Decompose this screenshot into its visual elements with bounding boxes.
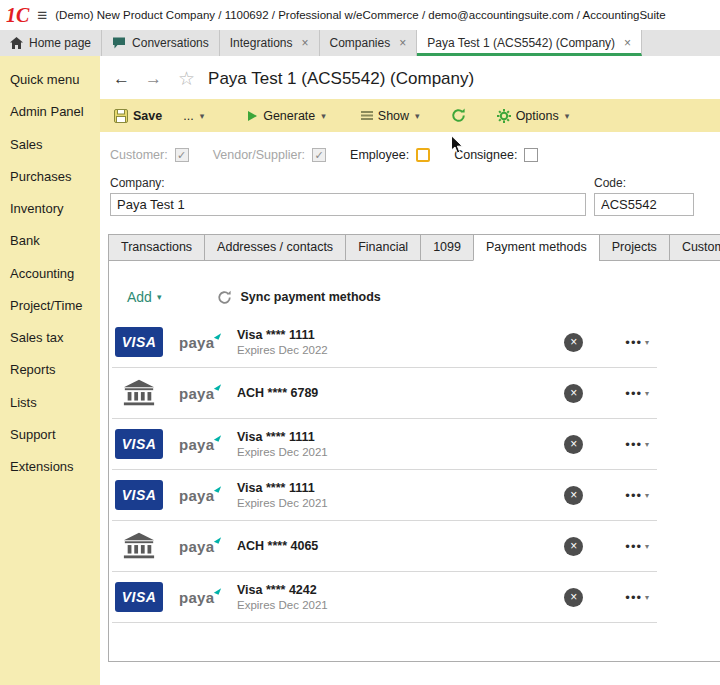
sidebar-item-support[interactable]: Support bbox=[0, 419, 100, 451]
window-tab-companies[interactable]: Companies× bbox=[320, 30, 418, 56]
payment-method-text: Visa **** 1111Expires Dec 2021 bbox=[237, 430, 328, 458]
bank-ach-icon bbox=[115, 378, 163, 408]
payment-method-text: ACH **** 6789 bbox=[237, 386, 318, 400]
options-button[interactable]: Options▾ bbox=[495, 107, 572, 125]
page-title: Paya Test 1 (ACS5542) (Company) bbox=[208, 69, 474, 89]
sidebar-item-accounting[interactable]: Accounting bbox=[0, 258, 100, 290]
payment-method-expiry: Expires Dec 2022 bbox=[237, 344, 328, 356]
home-icon bbox=[10, 37, 23, 49]
window-tab-home-page[interactable]: Home page bbox=[0, 30, 102, 56]
favorite-star-icon[interactable]: ☆ bbox=[178, 67, 195, 90]
tab-payment-methods[interactable]: Payment methods bbox=[473, 234, 600, 261]
role-vendor-supplier: Vendor/Supplier: bbox=[213, 148, 326, 162]
chevron-down-icon: ▾ bbox=[645, 338, 650, 347]
window-tab-conversations[interactable]: Conversations bbox=[102, 30, 220, 56]
role-label: Vendor/Supplier: bbox=[213, 148, 305, 162]
sidebar: Quick menuAdmin PanelSalesPurchasesInven… bbox=[0, 56, 100, 685]
sidebar-item-purchases[interactable]: Purchases bbox=[0, 161, 100, 193]
chevron-down-icon: ▾ bbox=[200, 111, 205, 121]
chevron-down-icon: ▾ bbox=[645, 593, 650, 602]
tab-financial[interactable]: Financial bbox=[345, 234, 421, 261]
payment-method-menu-button[interactable]: •••▾ bbox=[625, 335, 650, 350]
window-tabbar: Home pageConversationsIntegrations×Compa… bbox=[0, 30, 720, 56]
payment-method-title: Visa **** 4242 bbox=[237, 583, 328, 597]
page-header: ← → ☆ Paya Test 1 (ACS5542) (Company) bbox=[100, 56, 720, 99]
checkbox-employee[interactable] bbox=[416, 148, 430, 162]
window-tab-integrations[interactable]: Integrations× bbox=[220, 30, 320, 56]
sync-payment-methods-button[interactable]: Sync payment methods bbox=[217, 290, 380, 305]
payment-method-menu-button[interactable]: •••▾ bbox=[625, 386, 650, 401]
payment-method-menu-button[interactable]: •••▾ bbox=[625, 590, 650, 605]
more-actions-label: ... bbox=[183, 109, 193, 123]
code-field: Code: bbox=[594, 176, 694, 216]
sidebar-item-project-time[interactable]: Project/Time bbox=[0, 290, 100, 322]
code-input[interactable] bbox=[594, 193, 694, 216]
sidebar-item-sales[interactable]: Sales bbox=[0, 129, 100, 161]
role-label: Consignee: bbox=[454, 148, 517, 162]
sidebar-item-admin-panel[interactable]: Admin Panel bbox=[0, 96, 100, 128]
delete-payment-method-button[interactable]: × bbox=[564, 588, 583, 607]
back-button[interactable]: ← bbox=[110, 70, 133, 87]
tab-projects[interactable]: Projects bbox=[599, 234, 670, 261]
payment-method-title: Visa **** 1111 bbox=[237, 430, 328, 444]
close-tab-icon[interactable]: × bbox=[624, 36, 631, 50]
tab-custom-fields[interactable]: Custom fields bbox=[669, 234, 720, 261]
role-label: Employee: bbox=[350, 148, 409, 162]
sidebar-item-sales-tax[interactable]: Sales tax bbox=[0, 322, 100, 354]
tab-transactions[interactable]: Transactions bbox=[108, 234, 205, 261]
save-icon bbox=[114, 109, 128, 123]
payment-method-menu-button[interactable]: •••▾ bbox=[625, 539, 650, 554]
refresh-icon bbox=[451, 108, 466, 123]
close-tab-icon[interactable]: × bbox=[399, 36, 406, 50]
sidebar-item-bank[interactable]: Bank bbox=[0, 225, 100, 257]
close-tab-icon[interactable]: × bbox=[301, 36, 308, 50]
tab-addresses-contacts[interactable]: Addresses / contacts bbox=[204, 234, 346, 261]
payment-method-text: Visa **** 4242Expires Dec 2021 bbox=[237, 583, 328, 611]
delete-payment-method-button[interactable]: × bbox=[564, 435, 583, 454]
paya-logo: paya bbox=[179, 436, 221, 453]
payment-method-row: VISApayaVisa **** 1111Expires Dec 2021×•… bbox=[112, 419, 657, 470]
sync-label: Sync payment methods bbox=[240, 290, 380, 304]
sync-icon bbox=[217, 290, 232, 305]
sidebar-item-quick-menu[interactable]: Quick menu bbox=[0, 64, 100, 96]
code-label: Code: bbox=[594, 176, 694, 190]
delete-payment-method-button[interactable]: × bbox=[564, 486, 583, 505]
sidebar-item-reports[interactable]: Reports bbox=[0, 354, 100, 386]
payment-method-menu-button[interactable]: •••▾ bbox=[625, 488, 650, 503]
delete-payment-method-button[interactable]: × bbox=[564, 384, 583, 403]
tab-label: Paya Test 1 (ACS5542) (Company) bbox=[427, 36, 615, 50]
payment-method-title: Visa **** 1111 bbox=[237, 328, 328, 342]
role-consignee: Consignee: bbox=[454, 148, 538, 162]
generate-icon bbox=[247, 110, 258, 122]
sidebar-item-inventory[interactable]: Inventory bbox=[0, 193, 100, 225]
tab-label: Home page bbox=[29, 36, 91, 50]
show-button[interactable]: Show▾ bbox=[359, 107, 422, 125]
delete-payment-method-button[interactable]: × bbox=[564, 333, 583, 352]
toolbar: Save ...▾ Generate▾ Show▾ bbox=[100, 99, 720, 132]
save-button[interactable]: Save bbox=[112, 107, 164, 125]
tab-1099[interactable]: 1099 bbox=[420, 234, 474, 261]
payment-method-row: VISApayaVisa **** 1111Expires Dec 2021×•… bbox=[112, 470, 657, 521]
payment-method-expiry: Expires Dec 2021 bbox=[237, 599, 328, 611]
visa-card-icon: VISA bbox=[115, 480, 163, 510]
main-menu-icon[interactable]: ≡ bbox=[37, 7, 47, 24]
forward-button[interactable]: → bbox=[142, 70, 165, 87]
generate-button[interactable]: Generate▾ bbox=[245, 107, 328, 125]
more-actions-button[interactable]: ...▾ bbox=[181, 107, 206, 125]
checkbox-consignee[interactable] bbox=[524, 148, 538, 162]
window-tab-paya-test-1-acs5542-company[interactable]: Paya Test 1 (ACS5542) (Company)× bbox=[417, 30, 642, 56]
refresh-button[interactable] bbox=[449, 106, 468, 125]
company-input[interactable] bbox=[110, 193, 586, 216]
delete-payment-method-button[interactable]: × bbox=[564, 537, 583, 556]
add-payment-method-button[interactable]: Add▾ bbox=[127, 289, 161, 305]
company-field: Company: bbox=[110, 176, 586, 216]
show-label: Show bbox=[378, 109, 409, 123]
payment-method-menu-button[interactable]: •••▾ bbox=[625, 437, 650, 452]
payment-method-row: VISApayaVisa **** 1111Expires Dec 2022×•… bbox=[112, 317, 657, 368]
paya-logo: paya bbox=[179, 385, 221, 402]
sidebar-item-lists[interactable]: Lists bbox=[0, 387, 100, 419]
payment-method-title: ACH **** 6789 bbox=[237, 386, 318, 400]
chevron-down-icon: ▾ bbox=[565, 111, 570, 121]
chevron-down-icon: ▾ bbox=[645, 542, 650, 551]
sidebar-item-extensions[interactable]: Extensions bbox=[0, 451, 100, 483]
